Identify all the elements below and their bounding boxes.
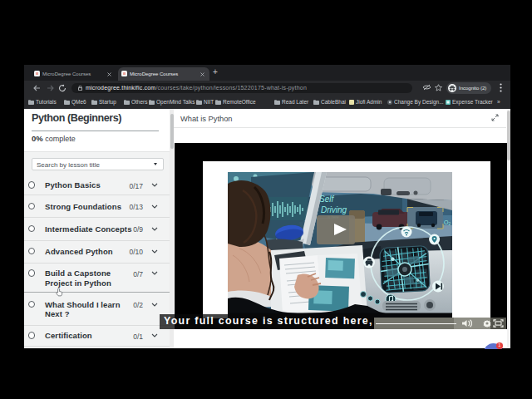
- svg-text:Self: Self: [319, 195, 334, 204]
- svg-text:Driving: Driving: [321, 204, 347, 214]
